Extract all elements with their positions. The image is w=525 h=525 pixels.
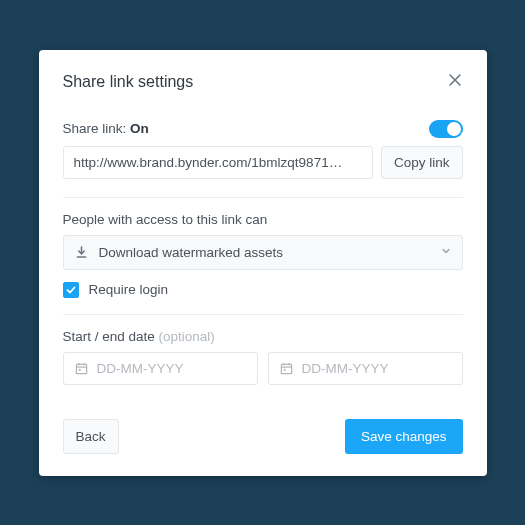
dates-label: Start / end date (optional) [63,329,463,344]
svg-rect-5 [78,368,80,370]
calendar-icon [279,361,294,376]
permissions-label: People with access to this link can [63,212,463,227]
require-login-label: Require login [89,282,169,297]
modal-title: Share link settings [63,73,194,91]
share-link-url-row: http://www.brand.bynder.com/1bmlzqt9871…… [63,146,463,179]
download-icon [74,245,89,260]
svg-rect-10 [283,368,285,370]
dates-label-text: Start / end date [63,329,155,344]
divider [63,197,463,198]
share-link-settings-modal: Share link settings Share link: On http:… [39,50,487,476]
modal-footer: Back Save changes [63,419,463,454]
svg-rect-1 [76,364,86,373]
save-changes-button[interactable]: Save changes [345,419,463,454]
close-icon[interactable] [447,72,463,92]
dates-optional-text: (optional) [159,329,215,344]
require-login-checkbox[interactable] [63,282,79,298]
divider [63,314,463,315]
back-button[interactable]: Back [63,419,119,454]
end-date-input[interactable]: DD-MM-YYYY [268,352,463,385]
svg-rect-0 [76,256,85,258]
share-link-label: Share link: On [63,121,149,136]
share-link-toggle[interactable] [429,120,463,138]
share-link-status-value: On [130,121,149,136]
end-date-placeholder: DD-MM-YYYY [302,361,389,376]
require-login-row[interactable]: Require login [63,282,463,298]
permissions-selected: Download watermarked assets [99,245,430,260]
permissions-select[interactable]: Download watermarked assets [63,235,463,270]
calendar-icon [74,361,89,376]
date-row: DD-MM-YYYY DD-MM-YYYY [63,352,463,385]
share-link-url[interactable]: http://www.brand.bynder.com/1bmlzqt9871… [63,146,373,179]
copy-link-button[interactable]: Copy link [381,146,463,179]
chevron-down-icon [440,245,452,260]
svg-rect-6 [281,364,291,373]
share-link-status-row: Share link: On [63,120,463,138]
share-link-label-text: Share link: [63,121,127,136]
start-date-placeholder: DD-MM-YYYY [97,361,184,376]
start-date-input[interactable]: DD-MM-YYYY [63,352,258,385]
modal-header: Share link settings [63,72,463,92]
